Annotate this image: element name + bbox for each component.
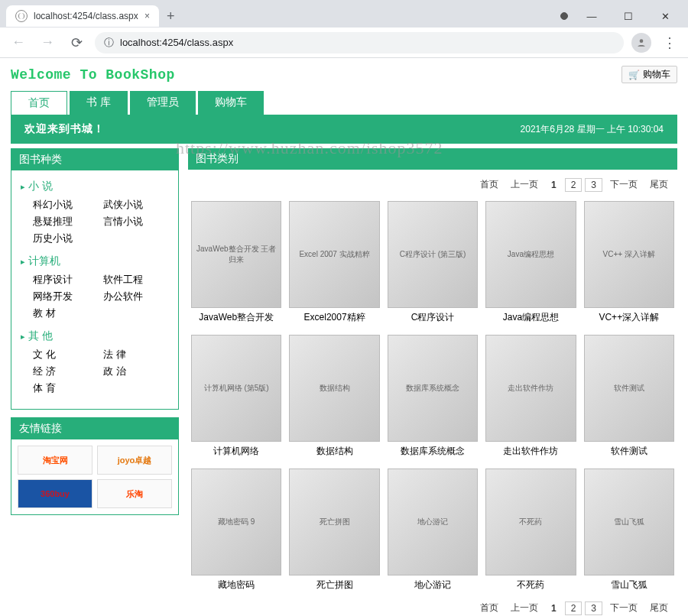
book-item: JavaWeb整合开发 王者归来JavaWeb整合开发 [191, 201, 281, 324]
pager-page-3[interactable]: 3 [585, 178, 602, 192]
pager-last-b[interactable]: 尾页 [645, 601, 673, 615]
category-novel[interactable]: 小 说 [21, 180, 167, 193]
book-title[interactable]: 走出软件作坊 [485, 445, 576, 458]
book-item: 计算机网络 (第5版)计算机网络 [191, 335, 281, 458]
close-window-button[interactable]: ✕ [648, 5, 682, 28]
forward-button[interactable]: → [37, 34, 58, 50]
site-info-icon[interactable]: ⓘ [104, 36, 114, 50]
subcat-software-eng[interactable]: 软件工程 [103, 273, 167, 287]
link-joyo[interactable]: joyo卓越 [97, 446, 172, 475]
book-cover[interactable]: 数据结构 [289, 335, 379, 442]
browser-chrome: localhost:4254/class.aspx × + — ☐ ✕ ← → … [0, 0, 688, 58]
account-indicator-icon[interactable] [557, 5, 572, 28]
book-cover[interactable]: VC++ 深入详解 [584, 201, 674, 308]
book-title[interactable]: C程序设计 [388, 311, 478, 324]
maximize-button[interactable]: ☐ [612, 5, 645, 28]
pager-next-b[interactable]: 下一页 [605, 601, 642, 615]
book-cover[interactable]: 雪山飞狐 [584, 468, 674, 575]
subcat-law[interactable]: 法 律 [103, 348, 167, 361]
subcat-programming[interactable]: 程序设计 [33, 273, 97, 287]
url-input[interactable]: ⓘ localhost:4254/class.aspx [95, 32, 624, 53]
book-title[interactable]: VC++深入详解 [584, 311, 674, 324]
book-title[interactable]: 数据库系统概念 [388, 445, 478, 458]
book-title[interactable]: 软件测试 [584, 445, 674, 458]
book-title[interactable]: 数据结构 [289, 445, 379, 458]
book-grid: JavaWeb整合开发 王者归来JavaWeb整合开发Excel 2007 实战… [188, 195, 677, 598]
banner-datetime: 2021年6月28 星期一 上午 10:30:04 [521, 123, 664, 136]
book-cover[interactable]: 走出软件作坊 [485, 335, 576, 442]
category-other[interactable]: 其 他 [21, 329, 167, 343]
pager-page-2-b[interactable]: 2 [565, 601, 583, 615]
browser-menu-button[interactable]: ⋮ [659, 34, 680, 51]
link-taobao[interactable]: 淘宝网 [18, 446, 92, 475]
pager-next[interactable]: 下一页 [605, 177, 642, 192]
book-cover[interactable]: 不死药 [485, 468, 576, 575]
pager-last[interactable]: 尾页 [645, 177, 673, 192]
book-title[interactable]: 雪山飞狐 [584, 579, 674, 592]
subcat-history[interactable]: 历史小说 [33, 232, 97, 245]
book-title[interactable]: Java编程思想 [485, 311, 576, 324]
nav-tab-home[interactable]: 首页 [11, 91, 67, 115]
subcat-textbook[interactable]: 教 材 [33, 306, 97, 320]
nav-tab-admin[interactable]: 管理员 [130, 91, 196, 115]
link-360buy[interactable]: 360buy [18, 479, 92, 508]
subcat-network[interactable]: 网络开发 [33, 290, 97, 303]
main-nav: 首页 书 库 管理员 购物车 [11, 91, 677, 115]
book-title[interactable]: 死亡拼图 [289, 579, 379, 592]
cart-button[interactable]: 🛒 购物车 [621, 66, 677, 83]
subcat-romance[interactable]: 言情小说 [103, 215, 167, 229]
book-title[interactable]: 地心游记 [388, 579, 478, 592]
cart-icon: 🛒 [628, 70, 640, 80]
links-panel-title: 友情链接 [11, 418, 178, 439]
reload-button[interactable]: ⟳ [66, 34, 87, 51]
pager-page-2[interactable]: 2 [565, 178, 583, 192]
book-item: 藏地密码 9藏地密码 [191, 468, 281, 592]
book-cover[interactable]: 数据库系统概念 [388, 335, 478, 442]
tab-bar: localhost:4254/class.aspx × + — ☐ ✕ [0, 0, 688, 28]
nav-tab-library[interactable]: 书 库 [70, 91, 128, 115]
pager-page-3-b[interactable]: 3 [585, 601, 602, 615]
pager-page-1[interactable]: 1 [546, 179, 562, 191]
book-item: Java编程思想Java编程思想 [485, 201, 576, 324]
subcat-politics[interactable]: 政 治 [103, 365, 167, 378]
book-cover[interactable]: 地心游记 [388, 468, 478, 575]
link-letao[interactable]: 乐淘 [97, 479, 172, 508]
globe-icon [15, 10, 28, 22]
book-cover[interactable]: Excel 2007 实战精粹 [289, 201, 379, 308]
book-title[interactable]: 藏地密码 [191, 579, 281, 592]
book-title[interactable]: Excel2007精粹 [289, 311, 379, 324]
book-cover[interactable]: Java编程思想 [485, 201, 576, 308]
new-tab-button[interactable]: + [159, 5, 183, 28]
book-cover[interactable]: C程序设计 (第三版) [388, 201, 478, 308]
pager-top: 首页 上一页 1 2 3 下一页 尾页 [188, 174, 677, 195]
book-cover[interactable]: 死亡拼图 [289, 468, 379, 575]
category-panel: 图书种类 小 说 科幻小说 武侠小说 悬疑推理 言情小说 历史小说 计算机 程序… [11, 148, 179, 410]
book-cover[interactable]: 计算机网络 (第5版) [191, 335, 281, 442]
book-title[interactable]: JavaWeb整合开发 [191, 311, 281, 324]
pager-first-b[interactable]: 首页 [475, 601, 503, 615]
subcat-culture[interactable]: 文 化 [33, 348, 97, 361]
book-title[interactable]: 不死药 [485, 579, 576, 592]
close-tab-icon[interactable]: × [144, 11, 150, 21]
nav-tab-cart[interactable]: 购物车 [198, 91, 264, 115]
subcat-wuxia[interactable]: 武侠小说 [103, 198, 167, 212]
profile-avatar-icon[interactable] [631, 33, 651, 53]
subcat-scifi[interactable]: 科幻小说 [33, 198, 97, 212]
subcat-office[interactable]: 办公软件 [103, 290, 167, 303]
pager-page-1-b[interactable]: 1 [546, 602, 562, 614]
subcat-economy[interactable]: 经 济 [33, 365, 97, 378]
book-title[interactable]: 计算机网络 [191, 445, 281, 458]
subcat-sports[interactable]: 体 育 [33, 381, 97, 395]
minimize-button[interactable]: — [575, 5, 608, 28]
pager-first[interactable]: 首页 [475, 177, 503, 192]
book-cover[interactable]: JavaWeb整合开发 王者归来 [191, 201, 281, 308]
book-cover[interactable]: 软件测试 [584, 335, 674, 442]
book-cover[interactable]: 藏地密码 9 [191, 468, 281, 575]
pager-prev-b[interactable]: 上一页 [506, 601, 543, 615]
category-computer[interactable]: 计算机 [21, 255, 167, 268]
pager-bottom: 首页 上一页 1 2 3 下一页 尾页 [188, 598, 677, 616]
pager-prev[interactable]: 上一页 [506, 177, 543, 192]
subcat-mystery[interactable]: 悬疑推理 [33, 215, 97, 229]
browser-tab[interactable]: localhost:4254/class.aspx × [6, 5, 159, 27]
back-button[interactable]: ← [8, 34, 29, 50]
